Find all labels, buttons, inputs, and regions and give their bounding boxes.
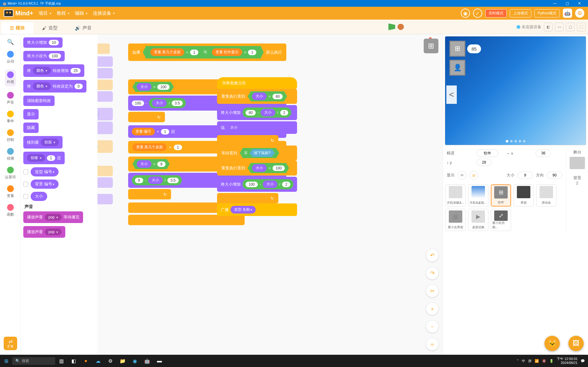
cleanup-button[interactable]: ✂	[426, 285, 438, 297]
stop-button[interactable]	[398, 24, 404, 30]
window-maximize[interactable]: ▢	[561, 1, 573, 6]
taskbar-search[interactable]: 🔍 搜索	[12, 357, 55, 365]
show-toggle-off[interactable]: ⊘	[469, 171, 478, 180]
broadcast-block[interactable]: 广播 造型 名称	[217, 203, 297, 216]
if-block[interactable]: 如果 变量 第几个桌面 = 1 与 变量 软件显示 = 1 那么执行	[128, 44, 286, 61]
cat-operators[interactable]: 运算符	[5, 167, 16, 180]
sprite-card-selected[interactable]: ⊞软件	[491, 184, 511, 206]
stage-small-preview[interactable]: ⊞	[424, 39, 438, 53]
zoom-out-button[interactable]: －	[426, 320, 438, 333]
search-icon[interactable]: 🔍	[7, 39, 14, 45]
extension-button[interactable]: ⇄扩展	[4, 337, 17, 350]
block-change-effect[interactable]: 将颜色特效增加25	[23, 64, 84, 77]
cat-looks[interactable]: 外观	[5, 70, 16, 86]
stage-thumbnail[interactable]	[570, 157, 585, 169]
toolbar-check-icon[interactable]: ✓	[473, 9, 482, 18]
sprite-card[interactable]: 界面	[514, 184, 534, 206]
window-minimize[interactable]: —	[549, 1, 561, 6]
cat-events[interactable]: 事件	[7, 111, 14, 124]
cat-variables[interactable]: 变量	[7, 185, 14, 199]
say-block[interactable]: 说 大小	[217, 121, 297, 134]
mode-python[interactable]: Python模式	[534, 9, 560, 17]
taskbar-app-1[interactable]: ◧	[67, 355, 80, 367]
zoom-reset-button[interactable]: ＝	[426, 338, 438, 350]
reporter-costume-no[interactable]: 造型 编号	[31, 167, 59, 176]
cat-functions[interactable]: 函数	[7, 204, 14, 217]
block-change-size-by[interactable]: 将大小增加10	[23, 37, 63, 48]
stage-view-large[interactable]: ▢	[566, 23, 575, 31]
tray-notifications-icon[interactable]: 💬	[581, 359, 585, 363]
sprite-card[interactable]: ▦最小化界面	[445, 209, 466, 231]
taskbar-app-settings[interactable]: ⚙	[104, 355, 116, 367]
menu-connect-device[interactable]: 连接设备	[93, 10, 115, 16]
block-set-size-to[interactable]: 将大小设为100	[23, 51, 65, 61]
taskbar-app-edge[interactable]: ◉	[129, 355, 141, 367]
block-go-layers[interactable]: 前移1层	[23, 152, 65, 164]
window-close[interactable]: ✕	[573, 1, 586, 6]
taskbar-app-explorer[interactable]: 📁	[116, 355, 129, 367]
menu-edit[interactable]: 编辑	[75, 10, 87, 16]
start-button[interactable]: ⊞	[0, 355, 12, 367]
block-play-sound-until[interactable]: 播放声音pop等待播完	[23, 211, 83, 223]
green-flag-button[interactable]	[388, 24, 395, 30]
undo-button[interactable]: ↶	[426, 249, 438, 262]
taskbar-app-3[interactable]: ☁	[92, 355, 104, 367]
tab-sounds[interactable]: 🔊声音	[66, 22, 100, 34]
page-dot[interactable]	[519, 140, 521, 142]
sprite-y-input[interactable]	[476, 159, 492, 166]
mode-upload[interactable]: 上传模式	[510, 9, 531, 17]
tray-chevron-icon[interactable]: ˄	[517, 359, 519, 363]
reporter-size[interactable]: 大小	[31, 192, 47, 201]
cat-sound[interactable]: 声音	[7, 92, 14, 105]
change-size-100[interactable]: 将大小增加 100 - 大小 / 2	[217, 177, 297, 192]
cat-sensing[interactable]: 侦测	[7, 148, 14, 161]
sprite-card[interactable]: ⤢最小化功能...	[491, 209, 511, 231]
sprite-size-input[interactable]	[517, 172, 533, 179]
block-set-effect[interactable]: 将颜色特效设定为0	[23, 80, 86, 93]
tray-wifi-icon[interactable]: 📶	[535, 359, 539, 363]
loop-end-1[interactable]: ↻	[128, 112, 165, 122]
sprite-dir-input[interactable]	[547, 172, 562, 179]
tab-costumes[interactable]: 🖌造型	[33, 22, 66, 34]
tab-blocks[interactable]: ☰模块	[1, 22, 33, 34]
block-show[interactable]: 显示	[23, 109, 39, 119]
page-dot[interactable]	[514, 140, 517, 142]
redo-button[interactable]: ↷	[426, 267, 438, 279]
tray-time[interactable]: 下午 12:50:01	[557, 357, 578, 361]
add-backdrop-button[interactable]: 🖼	[568, 336, 584, 351]
tray-volume-icon[interactable]: 🔇	[542, 359, 546, 363]
tray-ime-2[interactable]: 拼	[528, 359, 532, 363]
c-block-end-2[interactable]	[128, 215, 245, 225]
stage-fullscreen[interactable]: ⛶	[577, 23, 586, 31]
repeat-until-100[interactable]: 重复执行直到 大小 = 100	[217, 161, 297, 176]
reporter-backdrop-no[interactable]: 背景 编号	[31, 180, 59, 189]
stage-view-medium[interactable]: ▭	[555, 23, 563, 31]
sprite-card[interactable]: ▶桌面切换	[468, 209, 488, 231]
add-sprite-button[interactable]: 🐱	[544, 336, 560, 351]
zoom-in-button[interactable]: ＋	[426, 303, 438, 315]
loop-end-2[interactable]: ↻	[128, 189, 171, 199]
settings-gear-icon[interactable]: ⚙	[575, 9, 584, 18]
task-view-icon[interactable]: ▥	[55, 355, 67, 367]
stage-preview[interactable]: ⊞ 85 👤 <	[445, 36, 586, 145]
taskbar-app-2[interactable]: ●	[80, 355, 92, 367]
when-sprite-clicked-hat[interactable]: 当角色被点击	[217, 77, 297, 89]
page-dot[interactable]	[510, 140, 513, 142]
block-hide[interactable]: 隐藏	[23, 123, 39, 133]
stage-prev-arrow[interactable]: <	[446, 85, 457, 104]
taskbar-app-terminal[interactable]: ▬	[153, 355, 166, 367]
toolbar-dashboard-icon[interactable]: ◉	[461, 9, 470, 18]
show-toggle-on[interactable]: 👁	[458, 171, 466, 180]
stage-view-small[interactable]: ◧	[544, 23, 552, 31]
sprite-x-input[interactable]	[536, 149, 551, 157]
tray-battery-icon[interactable]: 🔋	[549, 359, 554, 363]
change-size-80[interactable]: 将大小增加 80 - 大小 / 2	[217, 105, 297, 120]
reporter-costume-check[interactable]	[23, 169, 28, 174]
reporter-backdrop-check[interactable]	[23, 182, 28, 187]
block-clear-effects[interactable]: 清除图形特效	[23, 96, 55, 106]
sprite-card[interactable]: 开机加载&...	[445, 184, 466, 206]
block-goto-front[interactable]: 移到最前面	[23, 136, 63, 149]
tray-date[interactable]: 2024/08/21	[557, 361, 578, 365]
loop-end-r2[interactable]: ↻	[217, 193, 278, 203]
wait-until-not-mouse[interactable]: 等待直到 非 按下鼠标?	[217, 146, 297, 161]
